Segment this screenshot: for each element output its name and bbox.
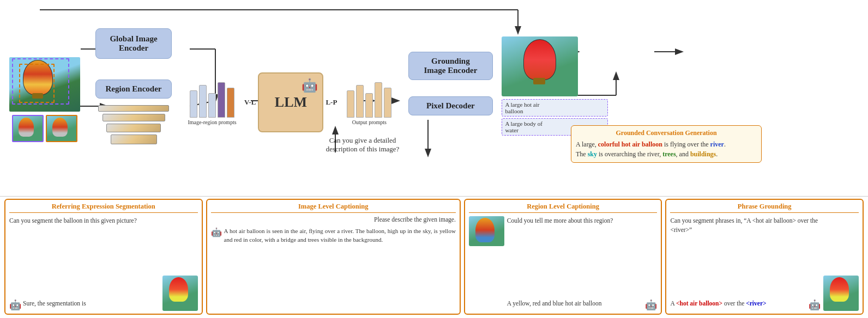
prompt-bar-orange [227, 88, 234, 118]
panel4-answer-1: A [670, 300, 676, 307]
region-encoder-label: Region Encoder [106, 84, 162, 93]
output-prompts-block: Output prompts [339, 80, 399, 125]
caption-1: A large hot air balloon [502, 99, 608, 117]
image-region-prompts-block: Image-region prompts [182, 80, 242, 125]
panel2-question: Please describe the given image. [211, 216, 456, 223]
grounded-conv-box: Grounded Conversation Generation A large… [571, 125, 762, 163]
out-bar-1 [347, 90, 354, 118]
colored-river: river [710, 140, 724, 148]
out-bar-2 [356, 85, 364, 118]
panel2-answer: A hot air balloon is seen in the air, fl… [224, 227, 456, 244]
panel2-answer-row: 🤖 A hot air balloon is seen in the air, … [211, 227, 456, 244]
panel3-image [469, 216, 504, 246]
panel2-content: Please describe the given image. 🤖 A hot… [211, 216, 456, 311]
output-prompts-label: Output prompts [352, 119, 387, 125]
panel2-title: Image Level Captioning [211, 203, 456, 213]
prompt-bar-3 [208, 93, 216, 118]
panel1-answer-row: 🤖 Sure, the segmentation is [9, 299, 160, 311]
panel4-answer-2: over the [722, 300, 746, 307]
lp-label: L-P [326, 98, 337, 107]
panel4-river: <river> [746, 300, 766, 307]
robot-icon-panel4: 🤖 [809, 299, 821, 311]
panel-referring-expression: Referring Expression Segmentation Can yo… [4, 199, 203, 315]
prompts-label: Image-region prompts [188, 119, 236, 125]
output-image-section: A large hot air balloon A large body of … [502, 36, 608, 136]
prompt-bar-purple [218, 82, 225, 118]
grounded-text-2: is flying over the [662, 140, 710, 148]
pyramid-layer-4 [111, 134, 157, 144]
grounded-text-5: is overarching the river, [597, 150, 662, 158]
encoder-block: Global Image Encoder Region Encoder [87, 23, 180, 144]
out-bar-4 [375, 82, 382, 118]
panel1-title: Referring Expression Segmentation [9, 203, 198, 213]
panel4-image [823, 276, 859, 311]
llm-box: LLM 🤖 [258, 72, 323, 132]
global-encoder-label: Global Image Encoder [110, 34, 157, 52]
panel4-title: Phrase Grounding [670, 203, 859, 213]
grounded-conv-section: Grounded Conversation Generation A large… [571, 125, 762, 163]
output-balloon-body [523, 39, 556, 80]
panel4-content: Can you segment phrases in, “A <hot air … [670, 216, 859, 311]
grounded-period: . [724, 140, 726, 148]
robot-icon-panel2: 🤖 [211, 227, 222, 237]
panel3-answer: A yellow, red and blue hot air balloon [507, 299, 644, 308]
robot-icon-panel1: 🤖 [9, 299, 21, 311]
panel4-hot-air-balloon: <hot air balloon> [676, 300, 722, 307]
output-main-image [502, 36, 578, 96]
input-image-wrapper [9, 57, 80, 112]
pyramid-layer-1 [98, 105, 169, 112]
grounded-text-7: . [716, 150, 718, 158]
feature-pyramid [98, 105, 169, 144]
panel4-answer-row: A <hot air balloon> over the <river> 🤖 [670, 299, 821, 311]
pyramid-layer-2 [103, 114, 165, 121]
panel3-answer-row: A yellow, red and blue hot air balloon 🤖 [507, 299, 658, 311]
prompt-bar-1 [190, 90, 197, 118]
pyramid-layer-3 [106, 124, 161, 132]
sub-images-row [12, 115, 77, 142]
input-image-block [4, 57, 85, 142]
output-balloon-basket [533, 78, 545, 84]
colored-trees: trees [662, 150, 676, 158]
pixel-decoder-box: Pixel Decoder [408, 96, 493, 115]
grounded-text-4: The [576, 150, 588, 158]
robot-icon-panel3: 🤖 [645, 299, 657, 311]
panel1-balloon [169, 277, 188, 302]
sub-balloon-1 [19, 118, 34, 137]
region-encoder-box: Region Encoder [95, 80, 172, 99]
question-box: Can you give a detailed description of t… [308, 136, 417, 154]
grounded-and: , and [676, 150, 690, 158]
panel3-question: Could you tell me more about this region… [507, 216, 658, 296]
panel3-content: Could you tell me more about this region… [469, 216, 658, 311]
panel1-answer: Sure, the segmentation is [23, 299, 160, 308]
panel1-question: Can you segment the balloon in this give… [9, 216, 160, 296]
grounding-encoder-box: Grounding Image Encoder [408, 52, 493, 80]
panel4-text-col: Can you segment phrases in, “A <hot air … [670, 216, 821, 311]
panel1-content: Can you segment the balloon in this give… [9, 216, 198, 311]
sub-image-1 [12, 115, 44, 142]
pixel-decoder-label: Pixel Decoder [426, 101, 475, 110]
colored-sky: sky [588, 150, 597, 158]
question-text: Can you give a detailed description of t… [326, 136, 400, 153]
prompt-bars [190, 80, 234, 118]
panel4-question: Can you segment phrases in, “A <hot air … [670, 216, 821, 296]
panel4-answer: A <hot air balloon> over the <river> [670, 299, 807, 308]
panel4-balloon [830, 277, 849, 302]
grounded-title: Grounded Conversation Generation [576, 129, 757, 137]
panel1-image [162, 276, 198, 311]
grounding-encoder-label: Grounding Image Encoder [424, 57, 477, 75]
panel-region-captioning: Region Level Captioning Could you tell m… [464, 199, 662, 315]
panel-phrase-grounding: Phrase Grounding Can you segment phrases… [665, 199, 864, 315]
panel3-text-col: Could you tell me more about this region… [507, 216, 658, 311]
grounding-pixel-column: Grounding Image Encoder Pixel Decoder [401, 52, 499, 115]
panel1-text-col: Can you segment the balloon in this give… [9, 216, 160, 311]
colored-buildings: buildings [690, 150, 716, 158]
sub-image-2 [46, 115, 77, 142]
top-section: Global Image Encoder Region Encoder [0, 0, 868, 196]
panel-image-captioning: Image Level Captioning Please describe t… [206, 199, 461, 315]
sub-balloon-2 [52, 118, 68, 137]
bottom-section: Referring Expression Segmentation Can yo… [0, 196, 868, 317]
vl-label: V-L [244, 98, 256, 107]
output-bars [347, 80, 391, 118]
panel3-balloon [475, 218, 495, 242]
grounded-text-1: A large, [576, 140, 598, 148]
